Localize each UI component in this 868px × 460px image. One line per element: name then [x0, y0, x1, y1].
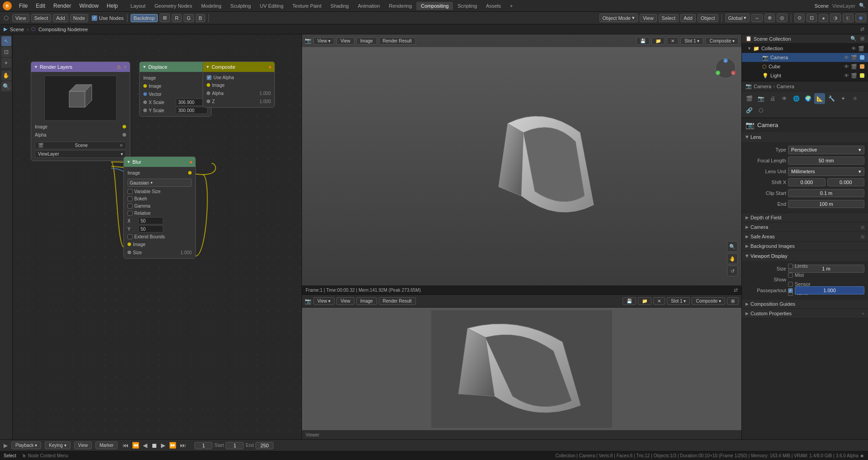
render-layers-node[interactable]: ▼ Render Layers ⚠ ✕: [31, 62, 130, 161]
comp-guides-section-header[interactable]: ▶ Composition Guides: [742, 299, 868, 309]
props-view-layer-tab[interactable]: 👁: [779, 93, 790, 104]
camera-eye-icon[interactable]: 👁: [844, 55, 849, 60]
viewport-save-icon[interactable]: 💾: [636, 37, 650, 45]
props-physics-tab[interactable]: ⚛: [849, 93, 860, 104]
collection-render-icon[interactable]: 🎬: [858, 46, 864, 52]
viewport-image-btn[interactable]: Image: [356, 37, 377, 45]
blur-y-row[interactable]: Y: [127, 225, 192, 233]
breadcrumb-scene[interactable]: Scene: [10, 27, 24, 32]
overlay-btn[interactable]: ⊙: [794, 14, 805, 22]
blur-size-row[interactable]: Size 1.000: [127, 248, 192, 256]
viewport-view2-btn[interactable]: View: [336, 37, 354, 45]
rl-image-socket[interactable]: [123, 125, 126, 128]
collection-eye-icon[interactable]: 👁: [851, 46, 856, 51]
keying-menu-btn[interactable]: Keying ▾: [45, 441, 70, 449]
marker-btn[interactable]: Marker: [95, 441, 118, 449]
tab-texture-paint[interactable]: Texture Paint: [288, 2, 326, 10]
viewport-view-dropdown[interactable]: View ▾: [313, 37, 335, 45]
blur-bokeh-cb[interactable]: [127, 196, 132, 201]
pan-tool-btn[interactable]: ✋: [1, 71, 11, 81]
shading4-btn[interactable]: ◉: [855, 14, 866, 22]
proportional-btn[interactable]: ◎: [777, 14, 788, 22]
zoom-out-btn[interactable]: 🤚: [727, 253, 738, 264]
props-modifier-tab[interactable]: 🔧: [826, 93, 837, 104]
menu-edit[interactable]: Edit: [32, 2, 49, 10]
end-frame-input[interactable]: [255, 442, 274, 449]
viewer-save-icon[interactable]: 💾: [623, 297, 636, 305]
lens-unit-dropdown[interactable]: Millimeters ▾: [788, 167, 864, 176]
displace-yscale-socket[interactable]: [143, 109, 147, 112]
blur-x-input[interactable]: [138, 217, 163, 224]
tab-animation[interactable]: Animation: [353, 2, 384, 10]
composite-use-alpha-checkbox[interactable]: ✓: [207, 75, 212, 80]
use-nodes-toggle[interactable]: ✓: [92, 15, 97, 21]
blur-relative-row[interactable]: Relative: [127, 209, 192, 217]
camera-section-options-icon[interactable]: ⊞: [861, 225, 864, 230]
blur-relative-cb[interactable]: [127, 211, 132, 216]
tab-geometry-nodes[interactable]: Geometry Nodes: [150, 2, 197, 10]
lasso-select-btn[interactable]: ⌖: [1, 58, 11, 68]
viewport-slot-dropdown[interactable]: Slot 1 ▾: [680, 37, 703, 45]
scene-selector-remove-icon[interactable]: ✕: [119, 143, 123, 148]
camera-section-header[interactable]: ▶ Camera ⊞: [742, 223, 868, 232]
jump-start-btn[interactable]: ⏮: [121, 442, 130, 449]
outliner-add-icon[interactable]: ⊞: [860, 36, 864, 42]
viewer-view2-btn[interactable]: View: [336, 297, 354, 305]
viewport-composite-dropdown[interactable]: Composite ▾: [705, 37, 739, 45]
outliner-collection[interactable]: ▼ 📁 Collection 👁 🎬: [742, 44, 868, 53]
focal-length-value[interactable]: 50 mm: [788, 156, 864, 165]
blur-type-dropdown[interactable]: Gaussian ▾: [127, 179, 192, 187]
viewport-select-btn[interactable]: Select: [659, 14, 679, 22]
composite-z-socket[interactable]: [207, 100, 210, 103]
snap-btn[interactable]: ⊕: [764, 14, 775, 22]
blur-extend-bounds-cb[interactable]: [127, 234, 132, 239]
tab-scripting[interactable]: Scripting: [453, 2, 481, 10]
displace-image-in-socket[interactable]: [143, 84, 147, 88]
xray-btn[interactable]: ⊡: [807, 14, 817, 22]
props-render-tab[interactable]: 📷: [755, 93, 766, 104]
limits-cb[interactable]: [788, 264, 793, 269]
viewport-object-btn[interactable]: Object: [698, 14, 718, 22]
camera-render-icon[interactable]: 🎬: [851, 55, 857, 61]
displace-xscale-socket[interactable]: [143, 100, 147, 104]
jump-end-btn[interactable]: ⏭: [179, 442, 187, 449]
box-select-btn[interactable]: ⊡: [1, 47, 11, 57]
props-scene-props-tab[interactable]: 🌐: [791, 93, 802, 104]
blur-size-socket[interactable]: [127, 251, 131, 254]
shading3-btn[interactable]: ◐: [843, 14, 854, 22]
play-reverse-btn[interactable]: ◀: [142, 442, 149, 449]
object-mode-btn[interactable]: Object Mode ▾: [599, 14, 638, 22]
breadcrumb-nodetree[interactable]: Compositing Nodetree: [38, 27, 88, 32]
step-back-btn[interactable]: ⏪: [131, 442, 141, 449]
viewer-canvas[interactable]: [302, 308, 741, 430]
stop-btn[interactable]: ⏹: [150, 442, 159, 449]
blender-logo-icon[interactable]: B: [3, 1, 12, 10]
clip-start-value[interactable]: 0.1 m: [788, 189, 864, 197]
menu-render[interactable]: Render: [50, 2, 75, 10]
sensor-cb[interactable]: [788, 282, 793, 287]
zoom-in-btn[interactable]: 🔍: [727, 241, 738, 252]
tab-rendering[interactable]: Rendering: [384, 2, 416, 10]
backdrop-btn[interactable]: Backdrop: [131, 14, 158, 22]
shading2-btn[interactable]: ◑: [830, 14, 841, 22]
clip-end-value[interactable]: 100 m: [788, 200, 864, 208]
menu-window[interactable]: Window: [75, 2, 102, 10]
viewport-view-btn[interactable]: View: [640, 14, 657, 22]
viewport-display-header[interactable]: ▶ Viewport Display: [742, 251, 868, 261]
tab-modeling[interactable]: Modeling: [197, 2, 226, 10]
mist-row[interactable]: Mist: [788, 271, 864, 279]
props-object-props-tab[interactable]: ⬡: [755, 105, 766, 116]
viewer-composite-dropdown[interactable]: Composite ▾: [692, 297, 725, 305]
menu-file[interactable]: File: [15, 2, 31, 10]
displace-vector-socket[interactable]: [143, 92, 147, 96]
outliner-cube[interactable]: ▼ ⬡ Cube 👁 🎬: [742, 62, 868, 71]
light-eye-icon[interactable]: 👁: [844, 73, 849, 78]
playback-menu-btn[interactable]: Playback ▾: [11, 441, 41, 449]
outliner-camera[interactable]: ▼ 📷 Camera 👁 🎬: [742, 53, 868, 62]
viewer-folder-icon[interactable]: 📁: [638, 297, 651, 305]
global-space-btn[interactable]: Global ▾: [725, 14, 750, 22]
tab-layout[interactable]: Layout: [126, 2, 150, 10]
search-icon[interactable]: 🔍: [859, 3, 865, 9]
props-constraints-tab[interactable]: 🔗: [744, 105, 755, 116]
displace-xscale-row[interactable]: X Scale: [143, 98, 208, 106]
